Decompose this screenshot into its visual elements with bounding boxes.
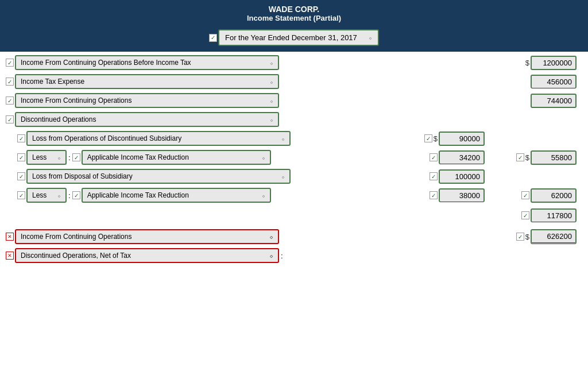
- row-income-before-tax: Income From Continuing Operations Before…: [6, 54, 582, 71]
- dollar-row10: $: [525, 233, 529, 241]
- dropdown-row4[interactable]: Discontinued Operations ⬦: [15, 112, 279, 127]
- checkbox-row1[interactable]: [6, 59, 14, 67]
- value-row3: 744000: [531, 94, 577, 108]
- less-dropdown-row8[interactable]: Less ⬦: [26, 188, 67, 203]
- colon-row6: :: [68, 153, 71, 162]
- checkbox2-row8[interactable]: [72, 191, 80, 199]
- row-discontinued-ops: Discontinued Operations ⬦: [6, 111, 582, 128]
- checkbox-mid-row5[interactable]: [424, 134, 432, 142]
- amount-mid-row6[interactable]: 34200: [439, 150, 485, 164]
- amount-row10[interactable]: 626200: [531, 229, 577, 244]
- dollar-mid-row5: $: [434, 134, 438, 143]
- value-row10: $ 626200: [516, 229, 577, 244]
- checkbox-row11[interactable]: [6, 252, 14, 260]
- checkbox-row5[interactable]: [17, 134, 25, 142]
- value-row2: 456000: [531, 75, 577, 88]
- dropdown-row1[interactable]: Income From Continuing Operations Before…: [15, 55, 279, 70]
- row-subtotal-117800: 117800: [6, 206, 582, 226]
- arrow-row4: ⬦: [270, 117, 273, 123]
- dollar-row1: $: [525, 59, 529, 67]
- amount-row3[interactable]: 744000: [531, 94, 577, 108]
- label-row2: Income Tax Expense: [21, 78, 84, 86]
- row-tax-reduction-1: Less ⬦ : Applicable Income Tax Reduction…: [6, 149, 582, 166]
- arrow-row5: ⬦: [281, 136, 285, 142]
- year-label: For the Year Ended December 31, 2017: [225, 33, 357, 42]
- mid-value-row5: $ 90000: [424, 132, 485, 146]
- arrow-row3: ⬦: [270, 98, 273, 104]
- mid-value-row7: 100000: [430, 169, 485, 184]
- tax-arrow-row6: ⬦: [262, 154, 265, 161]
- row-income-continuing: Income From Continuing Operations ⬦ 7440…: [6, 92, 582, 109]
- year-checkbox[interactable]: [209, 34, 217, 42]
- tax-arrow-row8: ⬦: [262, 192, 265, 199]
- less-dropdown-row6[interactable]: Less ⬦: [26, 150, 67, 165]
- checkbox2-row6[interactable]: [72, 153, 80, 161]
- value-row9: 117800: [521, 208, 577, 223]
- amount-row9[interactable]: 117800: [531, 208, 577, 222]
- year-dropdown[interactable]: For the Year Ended December 31, 2017 ⬦: [218, 29, 379, 46]
- label-row5: Loss from Operations of Discontinued Sub…: [32, 134, 181, 142]
- label-row1: Income From Continuing Operations Before…: [21, 59, 191, 67]
- dropdown-row3[interactable]: Income From Continuing Operations ⬦: [15, 93, 279, 108]
- checkbox-val-row10[interactable]: [516, 233, 524, 241]
- tax-label-row6: Applicable Income Tax Reduction: [87, 153, 189, 161]
- checkbox-row9[interactable]: [521, 211, 529, 219]
- dollar-mid2-row6: $: [525, 153, 529, 162]
- checkbox-row10[interactable]: [6, 233, 14, 241]
- less-arrow-row6: ⬦: [57, 154, 61, 161]
- checkbox-row3[interactable]: [6, 96, 14, 105]
- amount-mid2-row6[interactable]: 55800: [531, 150, 577, 165]
- mid-value-row8: 38000: [430, 188, 485, 202]
- dropdown-row11[interactable]: Discontinued Operations, Net of Tax ⬦: [15, 248, 279, 263]
- checkbox-row7[interactable]: [17, 172, 25, 180]
- amount-mid-row7[interactable]: 100000: [439, 169, 485, 184]
- amount-mid-row5[interactable]: 90000: [439, 132, 485, 146]
- statement-title: Income Statement (Partial): [0, 14, 588, 22]
- row-loss-disposal: Loss from Disposal of Subsidiary ⬦ 10000…: [6, 168, 582, 185]
- tax-label-row8: Applicable Income Tax Reduction: [87, 191, 189, 199]
- year-dropdown-arrow: ⬦: [369, 34, 372, 41]
- checkbox-row2[interactable]: [6, 78, 14, 86]
- dropdown-row10[interactable]: Income From Continuing Operations ⬦: [15, 229, 279, 244]
- colon-row8: :: [68, 191, 71, 200]
- row-loss-ops-discontinued: Loss from Operations of Discontinued Sub…: [6, 130, 582, 147]
- arrow-row7: ⬦: [281, 173, 285, 180]
- mid2-value-row8: 62000: [521, 188, 577, 203]
- amount-mid-row8[interactable]: 38000: [439, 188, 485, 202]
- dropdown-row7[interactable]: Loss from Disposal of Subsidiary ⬦: [26, 169, 291, 184]
- mid-value-row6: 34200: [430, 150, 485, 164]
- less-label-row8: Less: [32, 191, 47, 199]
- dropdown-row5[interactable]: Loss from Operations of Discontinued Sub…: [26, 131, 291, 146]
- checkbox-row8[interactable]: [17, 191, 25, 199]
- arrow-row11: ⬦: [269, 252, 273, 260]
- row-income-final: Income From Continuing Operations ⬦ $ 62…: [6, 228, 582, 245]
- arrow-row2: ⬦: [270, 79, 273, 85]
- checkbox-row6[interactable]: [17, 153, 25, 161]
- arrow-row10: ⬦: [269, 233, 273, 241]
- tax-dropdown-row8[interactable]: Applicable Income Tax Reduction ⬦: [82, 188, 271, 203]
- amount-mid2-row8[interactable]: 62000: [531, 188, 577, 203]
- checkbox-mid2-row6[interactable]: [516, 153, 524, 161]
- arrow-row1: ⬦: [270, 60, 273, 66]
- label-row7: Loss from Disposal of Subsidiary: [32, 172, 133, 180]
- dropdown-row2[interactable]: Income Tax Expense ⬦: [15, 74, 279, 89]
- checkbox-mid-row7[interactable]: [430, 172, 438, 180]
- checkbox-mid-row6[interactable]: [430, 153, 438, 161]
- amount-row2[interactable]: 456000: [531, 75, 577, 88]
- row-discontinued-net-tax: Discontinued Operations, Net of Tax ⬦ :: [6, 247, 582, 264]
- checkbox-mid2-row8[interactable]: [521, 191, 529, 199]
- value-row1: $ 1200000: [525, 56, 577, 70]
- income-statement-body: Income From Continuing Operations Before…: [0, 52, 588, 268]
- checkbox-row4[interactable]: [6, 115, 14, 123]
- header: WADE CORP. Income Statement (Partial) Fo…: [0, 0, 588, 52]
- row-income-tax-expense: Income Tax Expense ⬦ 456000: [6, 73, 582, 90]
- tax-dropdown-row6[interactable]: Applicable Income Tax Reduction ⬦: [82, 150, 271, 165]
- amount-row1[interactable]: 1200000: [531, 56, 577, 70]
- mid2-value-row6: $ 55800: [516, 150, 577, 165]
- less-label-row6: Less: [32, 153, 47, 161]
- label-row10: Income From Continuing Operations: [21, 233, 131, 241]
- label-row4: Discontinued Operations: [21, 115, 96, 123]
- row-tax-reduction-2: Less ⬦ : Applicable Income Tax Reduction…: [6, 187, 582, 204]
- colon-row11: :: [281, 252, 283, 260]
- checkbox-mid-row8[interactable]: [430, 191, 438, 199]
